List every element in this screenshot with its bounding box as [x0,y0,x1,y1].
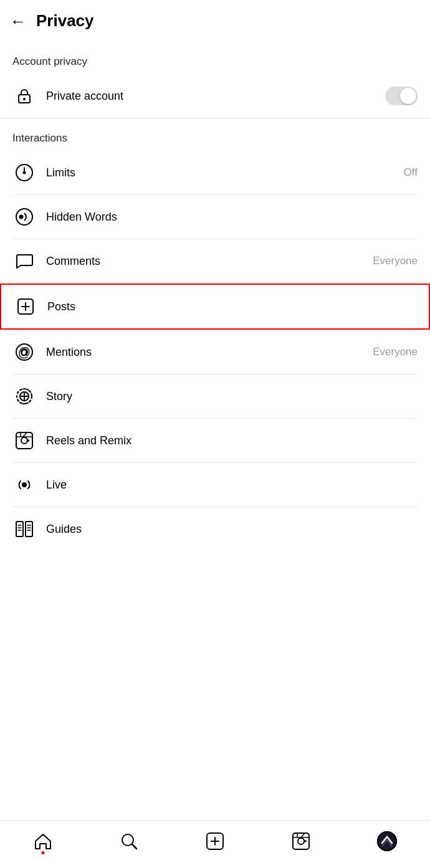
limits-label: Limits [46,166,404,179]
toggle-knob [400,88,416,104]
list-item-limits[interactable]: Limits Off [0,151,430,194]
nav-item-profile[interactable] [370,827,404,856]
home-icon [32,831,54,852]
live-icon [12,473,36,497]
svg-point-21 [21,437,27,444]
private-account-toggle[interactable] [385,87,418,105]
reels-icon [12,429,36,452]
svg-line-44 [301,833,305,837]
svg-marker-25 [27,439,30,442]
comments-icon [12,249,36,273]
header: ← Privacy [0,0,430,42]
limits-value: Off [404,166,418,179]
story-label: Story [46,390,418,403]
guides-icon [12,517,36,541]
reels-label: Reels and Remix [46,434,418,447]
live-label: Live [46,479,418,492]
nav-item-home[interactable] [26,827,60,856]
mentions-label: Mentions [46,346,373,359]
list-item-comments[interactable]: Comments Everyone [0,239,430,283]
section-interactions-label: Interactions [0,118,430,151]
hidden-words-label: Hidden Words [46,211,418,224]
comments-label: Comments [46,255,373,268]
mentions-icon: @ [12,340,36,364]
mentions-value: Everyone [373,346,418,358]
list-item-guides[interactable]: Guides [0,507,430,551]
list-item-story[interactable]: Story [0,374,430,418]
section-account-privacy-label: Account privacy [0,42,430,74]
svg-point-26 [22,482,27,487]
profile-nav-icon [376,831,398,852]
nav-item-create[interactable] [198,827,232,856]
svg-text:@: @ [18,345,31,359]
list-item-live[interactable]: Live [0,463,430,507]
home-dot [42,851,45,854]
svg-line-24 [23,432,27,437]
story-icon [12,384,36,408]
posts-label: Posts [47,300,416,313]
list-item-mentions[interactable]: @ Mentions Everyone [0,330,430,374]
svg-point-1 [23,98,26,100]
list-item-reels[interactable]: Reels and Remix [0,419,430,462]
list-item-hidden-words[interactable]: Hidden Words [0,195,430,239]
page-title: Privacy [36,11,94,31]
private-account-label: Private account [46,90,385,103]
svg-marker-45 [303,839,307,843]
back-button[interactable]: ← [10,13,26,29]
svg-rect-27 [16,522,23,537]
search-icon [118,831,140,852]
svg-point-3 [23,171,26,174]
comments-value: Everyone [373,255,418,267]
posts-icon [14,295,37,318]
guides-label: Guides [46,523,418,536]
svg-line-36 [132,844,136,849]
svg-point-6 [19,215,24,219]
create-icon [204,831,226,852]
list-item-private-account[interactable]: Private account [0,74,430,118]
svg-point-41 [298,838,304,844]
lock-icon [12,84,36,108]
limits-icon [12,161,36,184]
nav-item-reels[interactable] [284,827,318,856]
reels-nav-icon [290,831,312,852]
svg-point-5 [16,209,32,225]
nav-item-search[interactable] [112,827,146,856]
svg-point-47 [378,832,396,851]
list-item-posts[interactable]: Posts [0,284,430,330]
hidden-words-icon [12,205,36,229]
bottom-nav [0,820,430,868]
svg-rect-28 [26,522,32,537]
